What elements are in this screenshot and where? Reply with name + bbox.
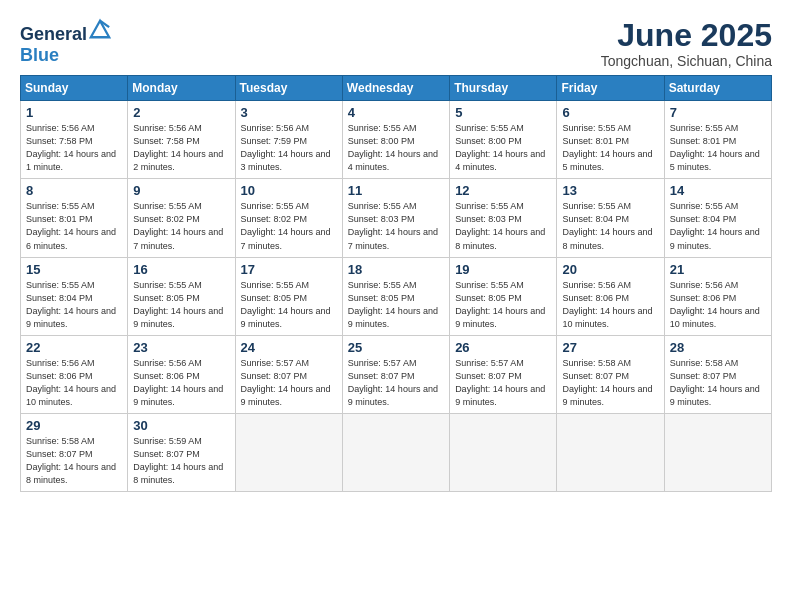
table-row [235,413,342,491]
day-number: 13 [562,183,658,198]
logo: General Blue [20,18,111,66]
calendar-week-row: 22Sunrise: 5:56 AMSunset: 8:06 PMDayligh… [21,335,772,413]
day-info: Sunrise: 5:55 AMSunset: 8:01 PMDaylight:… [562,122,658,174]
col-saturday: Saturday [664,76,771,101]
day-info: Sunrise: 5:56 AMSunset: 7:59 PMDaylight:… [241,122,337,174]
table-row [557,413,664,491]
logo-blue: Blue [20,45,59,66]
logo-text: General [20,18,111,45]
svg-marker-0 [91,21,109,38]
col-friday: Friday [557,76,664,101]
day-info: Sunrise: 5:56 AMSunset: 8:06 PMDaylight:… [670,279,766,331]
day-info: Sunrise: 5:55 AMSunset: 8:00 PMDaylight:… [455,122,551,174]
day-info: Sunrise: 5:55 AMSunset: 8:04 PMDaylight:… [670,200,766,252]
day-number: 1 [26,105,122,120]
table-row: 1Sunrise: 5:56 AMSunset: 7:58 PMDaylight… [21,101,128,179]
day-info: Sunrise: 5:58 AMSunset: 8:07 PMDaylight:… [670,357,766,409]
day-number: 27 [562,340,658,355]
day-info: Sunrise: 5:58 AMSunset: 8:07 PMDaylight:… [562,357,658,409]
calendar-body: 1Sunrise: 5:56 AMSunset: 7:58 PMDaylight… [21,101,772,492]
table-row: 13Sunrise: 5:55 AMSunset: 8:04 PMDayligh… [557,179,664,257]
day-number: 22 [26,340,122,355]
col-sunday: Sunday [21,76,128,101]
col-tuesday: Tuesday [235,76,342,101]
day-number: 18 [348,262,444,277]
calendar-table: Sunday Monday Tuesday Wednesday Thursday… [20,75,772,492]
weekday-header-row: Sunday Monday Tuesday Wednesday Thursday… [21,76,772,101]
table-row: 22Sunrise: 5:56 AMSunset: 8:06 PMDayligh… [21,335,128,413]
day-info: Sunrise: 5:55 AMSunset: 8:02 PMDaylight:… [241,200,337,252]
day-info: Sunrise: 5:56 AMSunset: 7:58 PMDaylight:… [26,122,122,174]
table-row: 8Sunrise: 5:55 AMSunset: 8:01 PMDaylight… [21,179,128,257]
table-row: 6Sunrise: 5:55 AMSunset: 8:01 PMDaylight… [557,101,664,179]
logo-icon [89,18,111,40]
day-number: 26 [455,340,551,355]
table-row: 23Sunrise: 5:56 AMSunset: 8:06 PMDayligh… [128,335,235,413]
day-number: 21 [670,262,766,277]
table-row [450,413,557,491]
table-row: 16Sunrise: 5:55 AMSunset: 8:05 PMDayligh… [128,257,235,335]
day-info: Sunrise: 5:55 AMSunset: 8:05 PMDaylight:… [455,279,551,331]
table-row: 29Sunrise: 5:58 AMSunset: 8:07 PMDayligh… [21,413,128,491]
table-row: 15Sunrise: 5:55 AMSunset: 8:04 PMDayligh… [21,257,128,335]
day-number: 2 [133,105,229,120]
table-row: 30Sunrise: 5:59 AMSunset: 8:07 PMDayligh… [128,413,235,491]
day-info: Sunrise: 5:55 AMSunset: 8:01 PMDaylight:… [26,200,122,252]
calendar-week-row: 15Sunrise: 5:55 AMSunset: 8:04 PMDayligh… [21,257,772,335]
day-info: Sunrise: 5:56 AMSunset: 8:06 PMDaylight:… [26,357,122,409]
table-row: 17Sunrise: 5:55 AMSunset: 8:05 PMDayligh… [235,257,342,335]
calendar-week-row: 29Sunrise: 5:58 AMSunset: 8:07 PMDayligh… [21,413,772,491]
day-info: Sunrise: 5:55 AMSunset: 8:01 PMDaylight:… [670,122,766,174]
table-row: 2Sunrise: 5:56 AMSunset: 7:58 PMDaylight… [128,101,235,179]
header: General Blue June 2025 Tongchuan, Sichua… [20,18,772,69]
calendar-week-row: 8Sunrise: 5:55 AMSunset: 8:01 PMDaylight… [21,179,772,257]
day-number: 8 [26,183,122,198]
day-number: 19 [455,262,551,277]
day-number: 12 [455,183,551,198]
day-number: 11 [348,183,444,198]
day-number: 17 [241,262,337,277]
table-row: 21Sunrise: 5:56 AMSunset: 8:06 PMDayligh… [664,257,771,335]
table-row: 20Sunrise: 5:56 AMSunset: 8:06 PMDayligh… [557,257,664,335]
day-info: Sunrise: 5:55 AMSunset: 8:05 PMDaylight:… [348,279,444,331]
day-number: 16 [133,262,229,277]
location: Tongchuan, Sichuan, China [601,53,772,69]
table-row: 14Sunrise: 5:55 AMSunset: 8:04 PMDayligh… [664,179,771,257]
day-info: Sunrise: 5:55 AMSunset: 8:04 PMDaylight:… [26,279,122,331]
col-thursday: Thursday [450,76,557,101]
day-number: 24 [241,340,337,355]
table-row: 24Sunrise: 5:57 AMSunset: 8:07 PMDayligh… [235,335,342,413]
day-number: 10 [241,183,337,198]
day-info: Sunrise: 5:55 AMSunset: 8:02 PMDaylight:… [133,200,229,252]
col-monday: Monday [128,76,235,101]
day-number: 4 [348,105,444,120]
day-number: 23 [133,340,229,355]
day-info: Sunrise: 5:55 AMSunset: 8:03 PMDaylight:… [348,200,444,252]
day-number: 30 [133,418,229,433]
day-number: 14 [670,183,766,198]
day-number: 7 [670,105,766,120]
day-info: Sunrise: 5:55 AMSunset: 8:04 PMDaylight:… [562,200,658,252]
table-row: 27Sunrise: 5:58 AMSunset: 8:07 PMDayligh… [557,335,664,413]
day-info: Sunrise: 5:56 AMSunset: 8:06 PMDaylight:… [133,357,229,409]
day-info: Sunrise: 5:55 AMSunset: 8:00 PMDaylight:… [348,122,444,174]
table-row: 11Sunrise: 5:55 AMSunset: 8:03 PMDayligh… [342,179,449,257]
day-info: Sunrise: 5:57 AMSunset: 8:07 PMDaylight:… [348,357,444,409]
calendar-week-row: 1Sunrise: 5:56 AMSunset: 7:58 PMDaylight… [21,101,772,179]
table-row: 9Sunrise: 5:55 AMSunset: 8:02 PMDaylight… [128,179,235,257]
table-row [342,413,449,491]
table-row: 28Sunrise: 5:58 AMSunset: 8:07 PMDayligh… [664,335,771,413]
day-info: Sunrise: 5:56 AMSunset: 7:58 PMDaylight:… [133,122,229,174]
day-info: Sunrise: 5:57 AMSunset: 8:07 PMDaylight:… [241,357,337,409]
table-row [664,413,771,491]
day-number: 25 [348,340,444,355]
day-info: Sunrise: 5:55 AMSunset: 8:05 PMDaylight:… [241,279,337,331]
table-row: 3Sunrise: 5:56 AMSunset: 7:59 PMDaylight… [235,101,342,179]
table-row: 10Sunrise: 5:55 AMSunset: 8:02 PMDayligh… [235,179,342,257]
day-number: 3 [241,105,337,120]
day-info: Sunrise: 5:55 AMSunset: 8:05 PMDaylight:… [133,279,229,331]
day-number: 29 [26,418,122,433]
page: General Blue June 2025 Tongchuan, Sichua… [0,0,792,612]
table-row: 19Sunrise: 5:55 AMSunset: 8:05 PMDayligh… [450,257,557,335]
table-row: 18Sunrise: 5:55 AMSunset: 8:05 PMDayligh… [342,257,449,335]
